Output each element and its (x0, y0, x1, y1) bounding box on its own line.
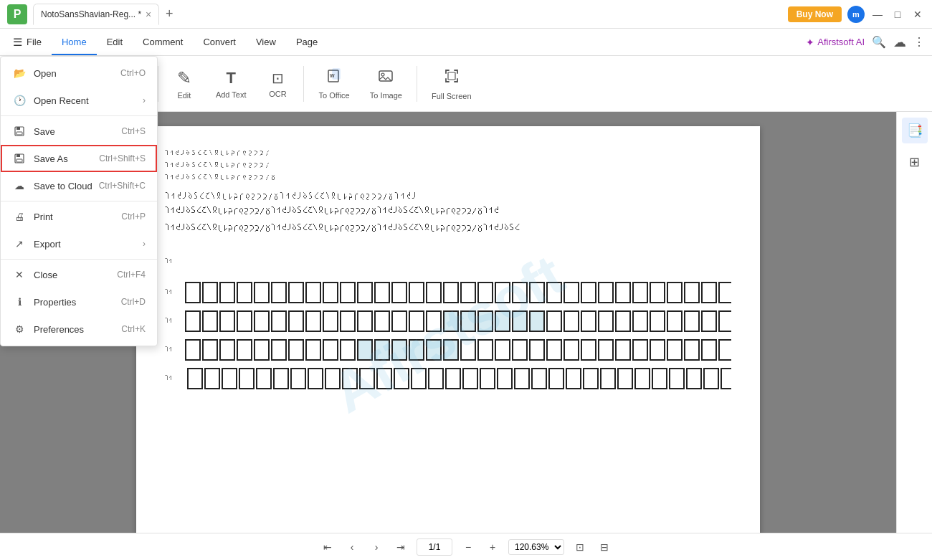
pdf-line-1: 𐑐𐑑𐑒𐑓𐑔𐑕𐑖𐑗𐑘𐑙𐑚𐑛𐑜𐑝𐑞𐑟𐑠𐑡𐑢 (165, 148, 731, 157)
nav-page[interactable]: Page (286, 29, 328, 55)
ocr-label: OCR (269, 90, 286, 98)
menu-print[interactable]: 🖨 Print Ctrl+P (1, 203, 157, 230)
active-tab[interactable]: NotoSansShavian-Reg... * × (33, 4, 159, 25)
menu-save-as[interactable]: Save As Ctrl+Shift+S (1, 145, 157, 172)
close-window-button[interactable]: ✕ (910, 7, 925, 22)
zoom-select[interactable]: 120.63% (508, 539, 564, 555)
menu-export[interactable]: ↗ Export › (1, 230, 157, 257)
svg-rect-11 (16, 159, 22, 162)
pdf-big-row-2: 𐑐𐑑 (165, 310, 731, 333)
save-as-label: Save As (34, 153, 93, 164)
file-dropdown-menu: 📂 Open Ctrl+O 🕐 Open Recent › Save Ctrl+… (0, 56, 158, 346)
nav-home[interactable]: Home (52, 29, 97, 55)
fit-page-button[interactable]: ⊡ (571, 538, 589, 556)
save-cloud-label: Save to Cloud (34, 181, 93, 191)
export-label: Export (34, 239, 143, 250)
avatar[interactable]: m (847, 6, 865, 23)
side-tool-thumbnail[interactable]: 📑 (902, 118, 928, 143)
toolbar-separator-2 (303, 66, 304, 102)
toolbar-add-text[interactable]: T Add Text (207, 60, 255, 108)
hamburger-icon: ☰ (13, 36, 22, 49)
menu-open[interactable]: 📂 Open Ctrl+O (1, 60, 157, 87)
full-screen-label: Full Screen (432, 92, 472, 100)
to-office-icon: W (325, 67, 343, 88)
app-logo: P (7, 4, 27, 24)
prev-page-button[interactable]: ‹ (343, 538, 361, 556)
pdf-line-2: 𐑐𐑑𐑒𐑓𐑔𐑕𐑖𐑗𐑘𐑙𐑚𐑛𐑜𐑝𐑞𐑟𐑠𐑡𐑢 (165, 160, 731, 169)
toolbar-to-office[interactable]: W To Office (310, 60, 358, 108)
menu-properties[interactable]: ℹ Properties Ctrl+D (1, 288, 157, 315)
menu-divider-1 (1, 115, 157, 116)
svg-point-4 (381, 73, 384, 76)
nav-comment[interactable]: Comment (133, 29, 193, 55)
print-shortcut: Ctrl+P (121, 212, 146, 222)
first-page-button[interactable]: ⇤ (319, 538, 336, 556)
menu-preferences[interactable]: ⚙ Preferences Ctrl+K (1, 315, 157, 343)
titlebar-controls: Buy Now m — □ ✕ (788, 6, 925, 23)
new-tab-button[interactable]: + (161, 6, 178, 23)
full-screen-icon (443, 67, 460, 89)
pdf-line-5: 𐑐𐑑𐑒𐑓𐑔𐑕𐑖𐑗𐑘𐑙𐑚𐑛𐑜𐑝𐑞𐑟𐑠𐑡𐑢𐑣𐑐𐑑𐑒𐑓𐑔𐑕𐑖𐑗𐑘𐑙𐑚𐑛𐑜𐑝𐑞𐑟𐑠𐑡𐑢𐑣… (165, 204, 731, 215)
pdf-line-4: 𐑐𐑑𐑒𐑓𐑔𐑕𐑖𐑗𐑘𐑙𐑚𐑛𐑜𐑝𐑞𐑟𐑠𐑡𐑢𐑣𐑐𐑑𐑒𐑓𐑔𐑕𐑖𐑗𐑘𐑙𐑚𐑛𐑜𐑝𐑞𐑟𐑠𐑡𐑢𐑣… (165, 190, 731, 201)
ai-icon: ✦ (806, 37, 814, 48)
titlebar: P NotoSansShavian-Reg... * × + Buy Now m… (0, 0, 932, 29)
toolbar-full-screen[interactable]: Full Screen (423, 60, 480, 108)
nav-view[interactable]: View (246, 29, 286, 55)
close-tab-button[interactable]: × (146, 9, 151, 20)
to-image-icon (377, 67, 394, 88)
extra-menu-icon[interactable]: ⋮ (913, 35, 925, 49)
save-cloud-icon: ☁ (12, 179, 27, 193)
file-label: File (27, 37, 42, 47)
zoom-in-button[interactable]: + (484, 538, 501, 556)
menu-close[interactable]: ✕ Close Ctrl+F4 (1, 261, 157, 288)
ai-label: Afirstsoft AI (817, 37, 865, 47)
open-recent-icon: 🕐 (12, 93, 27, 108)
pdf-page: Afirstsoft 𐑐𐑑𐑒𐑓𐑔𐑕𐑖𐑗𐑘𐑙𐑚𐑛𐑜𐑝𐑞𐑟𐑠𐑡𐑢 𐑐𐑑𐑒𐑓𐑔𐑕𐑖𐑗𐑘… (136, 126, 760, 533)
menu-open-recent[interactable]: 🕐 Open Recent › (1, 87, 157, 114)
print-label: Print (34, 212, 115, 222)
page-input[interactable]: 1/1 (417, 538, 452, 556)
pdf-char-boxes-3 (184, 338, 731, 361)
side-tool-list[interactable]: ⊞ (902, 149, 928, 175)
toolbar-separator-1 (158, 66, 158, 102)
next-page-button[interactable]: › (368, 538, 385, 556)
cloud-icon[interactable]: ☁ (893, 34, 906, 50)
close-doc-icon: ✕ (12, 267, 27, 282)
maximize-button[interactable]: □ (890, 7, 905, 22)
properties-shortcut: Ctrl+D (121, 297, 146, 307)
tab-title: NotoSansShavian-Reg... * (41, 9, 141, 19)
fit-width-button[interactable]: ⊟ (596, 538, 613, 556)
save-icon (12, 124, 27, 138)
pdf-char-boxes-1 (184, 281, 731, 304)
buy-now-button[interactable]: Buy Now (788, 6, 842, 22)
nav-menu: Home Edit Comment Convert View Page (52, 29, 806, 55)
svg-rect-7 (16, 127, 20, 130)
toolbar-to-image[interactable]: To Image (361, 60, 411, 108)
last-page-button[interactable]: ⇥ (392, 538, 409, 556)
zoom-out-button[interactable]: − (460, 538, 477, 556)
menu-save-cloud[interactable]: ☁ Save to Cloud Ctrl+Shift+C (1, 172, 157, 199)
menubar-right: ✦ Afirstsoft AI 🔍 ☁ ⋮ (806, 34, 932, 50)
file-menu-button[interactable]: ☰ File (3, 29, 52, 55)
nav-convert[interactable]: Convert (193, 29, 246, 55)
toolbar-edit[interactable]: ✎ Edit (164, 60, 204, 108)
edit-label: Edit (177, 91, 191, 100)
edit-icon: ✎ (177, 68, 191, 88)
menu-save[interactable]: Save Ctrl+S (1, 118, 157, 145)
search-icon[interactable]: 🔍 (872, 35, 886, 49)
print-icon: 🖨 (12, 209, 27, 224)
minimize-button[interactable]: — (870, 7, 885, 22)
ai-button[interactable]: ✦ Afirstsoft AI (806, 37, 865, 48)
pdf-big-row-4: 𐑐𐑑 (165, 367, 731, 390)
save-as-icon (12, 151, 27, 166)
svg-rect-8 (16, 132, 22, 135)
save-cloud-shortcut: Ctrl+Shift+C (99, 181, 146, 191)
preferences-label: Preferences (34, 324, 115, 335)
pdf-line-3: 𐑐𐑑𐑒𐑓𐑔𐑕𐑖𐑗𐑘𐑙𐑚𐑛𐑜𐑝𐑞𐑟𐑠𐑡𐑢𐑣 (165, 172, 731, 181)
nav-edit[interactable]: Edit (97, 29, 133, 55)
properties-label: Properties (34, 297, 115, 308)
preferences-shortcut: Ctrl+K (121, 324, 146, 334)
export-icon: ↗ (12, 237, 27, 251)
tab-area: NotoSansShavian-Reg... * × + (33, 4, 788, 25)
toolbar-ocr[interactable]: ⊡ OCR (257, 60, 298, 108)
